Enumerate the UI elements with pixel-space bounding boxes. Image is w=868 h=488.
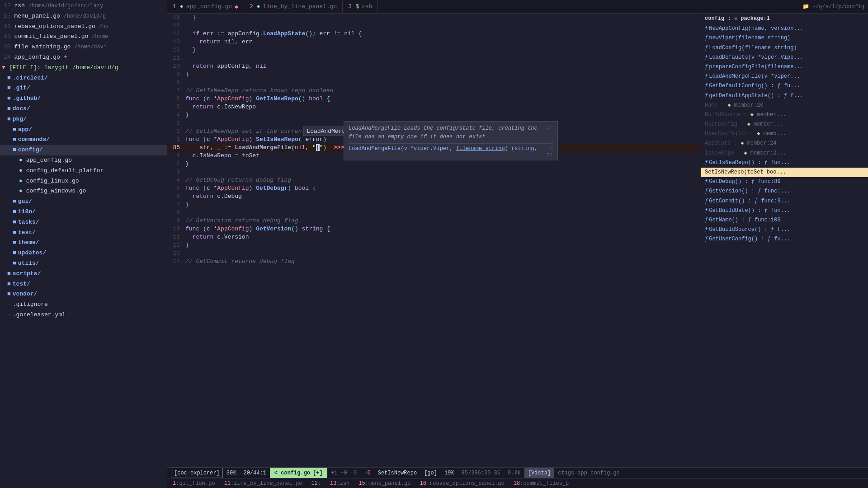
bottom-tab-15[interactable]: 15:menu_panel.go bbox=[355, 480, 414, 487]
func-icon: ƒ bbox=[705, 217, 708, 223]
bottom-tab-12[interactable]: 12: bbox=[307, 480, 325, 487]
tab-1[interactable]: 1 ● app_config.go ✱ bbox=[167, 0, 244, 13]
func-icon: ƒ bbox=[705, 64, 708, 70]
tree-git[interactable]: ■.git/ bbox=[0, 83, 167, 94]
outline-getdebug[interactable]: ƒGetDebug() : ƒ func:89 bbox=[701, 177, 868, 187]
outline-getdefaultappstate[interactable]: ƒgetDefaultAppState() : ƒ f... bbox=[701, 91, 868, 101]
tree-gitignore[interactable]: ·.gitignore bbox=[0, 300, 167, 310]
func-icon: ƒ bbox=[705, 73, 708, 80]
outline-getisnewrepo[interactable]: ƒGetIsNewRepo() : ƒ fun... bbox=[701, 158, 868, 168]
tree-commands[interactable]: ■commands/ bbox=[0, 135, 167, 145]
tree-app[interactable]: ■app/ bbox=[0, 125, 167, 135]
tree-i18n[interactable]: ■i18n/ bbox=[0, 207, 167, 217]
tab-2-label: line_by_line_panel.go bbox=[263, 3, 337, 10]
tab-2-icon: ● bbox=[257, 3, 260, 10]
status-vista: [Vista] bbox=[524, 468, 554, 478]
outline-header: config : ≡ package:1 bbox=[701, 14, 868, 24]
outline-buildsource[interactable]: BuildSource : ◆ member... bbox=[701, 110, 868, 120]
code-line-11: 11 bbox=[167, 54, 701, 62]
code-line-6-getdebug: 6 return c.Debug bbox=[167, 192, 701, 201]
tree-goreleaser[interactable]: ·.goreleaser.yml bbox=[0, 310, 167, 320]
sidebar-item-16[interactable]: 16 rebase_options_panel.go /ho bbox=[0, 22, 167, 32]
code-line-9: 9 } bbox=[167, 70, 701, 79]
tab-1-modified: ✱ bbox=[235, 3, 238, 10]
outline-newappconfig[interactable]: ƒNewAppConfig(name, version... bbox=[701, 24, 868, 33]
code-line-5-getdebug: 5 func (c *AppConfig) GetDebug() bool { bbox=[167, 184, 701, 192]
tree-updates[interactable]: ■updates/ bbox=[0, 248, 167, 258]
right-path: 📁 ~/g/s/l/p/config bbox=[802, 3, 868, 10]
editor-content: 16 } 15 14 if err := appConfig.LoadAppSt… bbox=[167, 14, 868, 467]
tree-pkg[interactable]: ■pkg/ bbox=[0, 114, 167, 125]
outline-loadandmergefile[interactable]: ƒLoadAndMergeFile(v *viper... bbox=[701, 72, 868, 81]
code-line-4: 4 } bbox=[167, 111, 701, 119]
tree-tasks[interactable]: ■tasks/ bbox=[0, 217, 167, 228]
outline-panel[interactable]: config : ≡ package:1 ƒNewAppConfig(name,… bbox=[701, 14, 868, 467]
tab-1-num: 1 bbox=[173, 3, 176, 10]
tree-scripts[interactable]: ■scripts/ bbox=[0, 269, 167, 279]
func-icon: ƒ bbox=[705, 35, 708, 41]
code-line-6: 6 func (c *AppConfig) GetIsNewRepo() boo… bbox=[167, 95, 701, 103]
status-ctags: ctags app_config.go bbox=[554, 468, 623, 478]
tree-theme[interactable]: ■theme/ bbox=[0, 238, 167, 248]
sidebar-item-13[interactable]: 13 zsh /home/david/go/src/lazy bbox=[0, 1, 167, 11]
func-icon: ƒ bbox=[705, 236, 708, 242]
code-pane[interactable]: 16 } 15 14 if err := appConfig.LoadAppSt… bbox=[167, 14, 701, 467]
tree-config-linux[interactable]: ● config_linux.go bbox=[0, 176, 167, 187]
tree-gui[interactable]: ■gui/ bbox=[0, 197, 167, 207]
tree-config[interactable]: ■config/ bbox=[0, 145, 167, 155]
outline-getbuildsource[interactable]: ƒGetBuildSource() : ƒ f... bbox=[701, 225, 868, 235]
bottom-tab-16[interactable]: 16:rebase_options_panel.go bbox=[416, 480, 508, 487]
outline-setisnewrepo[interactable]: SetIsNewRepo(toSet boo... bbox=[701, 168, 868, 177]
func-icon: ƒ bbox=[705, 93, 708, 99]
tree-docs[interactable]: ■docs/ bbox=[0, 104, 167, 114]
tree-utils[interactable]: ■utils/ bbox=[0, 258, 167, 269]
outline-getname[interactable]: ƒGetName() : ƒ func:109 bbox=[701, 216, 868, 225]
func-icon: ƒ bbox=[705, 25, 708, 32]
tree-test-pkg[interactable]: ■test/ bbox=[0, 228, 167, 238]
tree-circleci[interactable]: ■.circleci/ bbox=[0, 73, 167, 84]
func-icon: ƒ bbox=[705, 178, 708, 185]
tab-2-num: 2 bbox=[250, 3, 253, 10]
tree-app-config[interactable]: ● app_config.go bbox=[0, 155, 167, 166]
sidebar-item-15[interactable]: 15 menu_panel.go /home/david/g bbox=[0, 11, 167, 22]
bottom-tab-11[interactable]: 11:line_by_line_panel.go bbox=[221, 480, 306, 487]
editor-area: 1 ● app_config.go ✱ 2 ● line_by_line_pan… bbox=[167, 0, 868, 488]
code-line-4-getdebug: 4 // GetDebug returns debug flag bbox=[167, 176, 701, 184]
sidebar[interactable]: 13 zsh /home/david/go/src/lazy 15 menu_p… bbox=[0, 0, 167, 488]
bottom-tab-18[interactable]: 18:commit_files_p bbox=[510, 480, 572, 487]
tab-3[interactable]: 3 $ zsh bbox=[343, 0, 378, 13]
outline-getuserconfig[interactable]: ƒGetUserConfig() : ƒ fu... bbox=[701, 235, 868, 244]
outline-getversion[interactable]: ƒGetVersion() : ƒ func:... bbox=[701, 187, 868, 196]
tooltip-right-label: r: bbox=[349, 152, 553, 157]
tree-github[interactable]: ■.github/ bbox=[0, 94, 167, 104]
bottom-tab-1[interactable]: 1:git_flow.go bbox=[169, 480, 219, 487]
outline-loaddefaults[interactable]: ƒLoadDefaults(v *viper.Vipe... bbox=[701, 53, 868, 62]
outline-loadconfig[interactable]: ƒLoadConfig(filename string) bbox=[701, 43, 868, 53]
tree-config-default[interactable]: ● config_default_platfor bbox=[0, 166, 167, 176]
outline-getbuilddate[interactable]: ƒGetBuildDate() : ƒ fun... bbox=[701, 206, 868, 216]
outline-isnewrepo[interactable]: IsNewRepo : ◆ member:2... bbox=[701, 149, 868, 158]
tree-config-windows[interactable]: ● config_windows.go bbox=[0, 186, 167, 197]
code-line-13: 13 return nil, err bbox=[167, 38, 701, 46]
outline-newviper[interactable]: ƒnewViper(filename string) bbox=[701, 33, 868, 43]
outline-getdefaultconfig[interactable]: ƒGetDefaultConfig() : ƒ fu... bbox=[701, 81, 868, 91]
outline-getcommit[interactable]: ƒGetCommit() : ƒ func:9... bbox=[701, 197, 868, 206]
outline-prepareconfigfile[interactable]: ƒprepareConfigFile(filename... bbox=[701, 62, 868, 72]
tree-test[interactable]: ■test/ bbox=[0, 279, 167, 290]
tooltip-description: LoadAndMergeFile Loads the config/state … bbox=[349, 124, 538, 141]
outline-userconfigdir[interactable]: UserConfigDir : ◆ memb... bbox=[701, 129, 868, 139]
outline-appstate[interactable]: AppState : ◆ member:24 bbox=[701, 139, 868, 148]
outline-userconfig[interactable]: UserConfig : ◆ member... bbox=[701, 120, 868, 129]
tree-vendor[interactable]: ■vendor/ bbox=[0, 289, 167, 300]
sidebar-item-20[interactable]: 20 file_watching.go /home/davi bbox=[0, 42, 167, 52]
status-bar: [coc-explorer] 30% 20/44:1 <_config.go [… bbox=[167, 467, 868, 478]
func-icon: ƒ bbox=[705, 198, 708, 204]
outline-name[interactable]: Name : ◆ member:20 bbox=[701, 101, 868, 110]
bottom-tab-13[interactable]: 13:zsh bbox=[326, 480, 353, 487]
code-line-15: 15 bbox=[167, 22, 701, 30]
sidebar-item-18[interactable]: 18 commit_files_panel.go /home bbox=[0, 32, 167, 42]
tab-2[interactable]: 2 ● line_by_line_panel.go bbox=[244, 0, 343, 13]
hover-tooltip: LoadAndMergeFile Loads the config/state … bbox=[344, 121, 558, 160]
sidebar-item-24[interactable]: 24 app_config.go + bbox=[0, 52, 167, 63]
code-line-10: 10 return appConfig, nil bbox=[167, 62, 701, 70]
